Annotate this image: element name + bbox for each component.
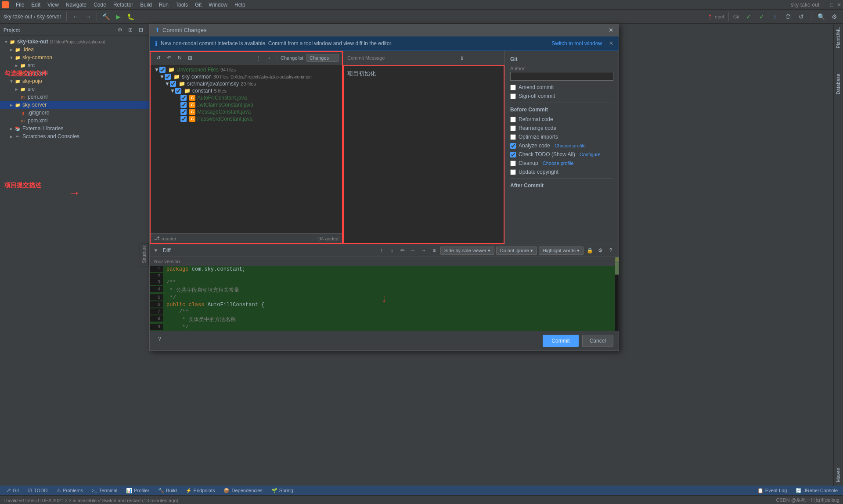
expand-btn[interactable]: → <box>264 54 273 62</box>
bottom-tab-todo[interactable]: ☑ TODO <box>26 488 50 493</box>
debug-btn[interactable]: 🐛 <box>125 11 136 22</box>
menu-code[interactable]: Code <box>90 1 110 9</box>
menu-git[interactable]: Git <box>191 1 205 9</box>
diff-up-btn[interactable]: ↑ <box>377 246 386 255</box>
git-push[interactable]: ↑ <box>770 11 780 22</box>
ignore-dropdown[interactable]: Do not ignore ▾ <box>496 247 537 255</box>
git-history[interactable]: ⏱ <box>783 11 793 22</box>
changelist-select[interactable]: Changes <box>306 54 339 62</box>
cancel-button[interactable]: Cancel <box>582 335 613 347</box>
menu-build[interactable]: Build <box>137 1 155 9</box>
maximize-btn[interactable]: □ <box>830 2 833 8</box>
diff-forward-btn[interactable]: → <box>419 246 428 255</box>
commit-dialog-close[interactable]: ✕ <box>609 27 613 33</box>
close-btn[interactable]: ✕ <box>837 2 841 8</box>
settings-btn[interactable]: ⚙ <box>829 11 839 22</box>
tree-item-scratches[interactable]: ► ✏ Scratches and Consoles <box>0 132 149 140</box>
optimize-imports-checkbox[interactable] <box>510 134 516 140</box>
unversioned-checkbox[interactable] <box>159 67 166 73</box>
expand-icon[interactable]: ⊞ <box>126 25 135 34</box>
autofill-checkbox[interactable] <box>180 95 187 101</box>
tree-item-pom-2[interactable]: ► m pom.xml <box>0 93 149 101</box>
cleanup-link[interactable]: Choose profile <box>543 161 574 166</box>
git-check-1[interactable]: ✓ <box>743 11 754 22</box>
database-tab[interactable]: Database <box>834 70 843 98</box>
bottom-tab-terminal[interactable]: >_ Terminal <box>90 488 119 493</box>
lock-icon[interactable]: 🔒 <box>585 246 594 255</box>
bottom-tab-dependencies[interactable]: 📦 Dependencies <box>222 488 264 493</box>
tree-item-sky-pojo[interactable]: ▼ 📁 sky-pojo <box>0 77 149 85</box>
menu-tools[interactable]: Tools <box>172 1 191 9</box>
check-todo-checkbox[interactable] <box>510 152 516 157</box>
group-btn[interactable]: ⊞ <box>186 54 195 62</box>
commit-msg-info[interactable]: ℹ <box>424 54 500 62</box>
commit-button[interactable]: Commit <box>543 335 578 347</box>
menu-file[interactable]: File <box>12 1 28 9</box>
src-checkbox[interactable] <box>170 81 176 87</box>
redo-btn[interactable]: ↻ <box>175 54 184 62</box>
tree-item-src-1[interactable]: ► 📁 src <box>0 61 149 69</box>
footer-help[interactable]: ? <box>155 335 164 343</box>
menu-help[interactable]: Help <box>231 1 249 9</box>
sky-common-row[interactable]: ▼ 📁 sky-common 30 files D:\IdeaProjects\… <box>151 73 342 80</box>
info-bar-close[interactable]: ✕ <box>609 40 613 46</box>
switch-to-tool-window[interactable]: Switch to tool window <box>551 40 602 46</box>
diff-help-icon[interactable]: ? <box>606 246 615 255</box>
diff-list-btn[interactable]: ≡ <box>430 246 439 255</box>
menu-refactor[interactable]: Refactor <box>110 1 137 9</box>
maven-tab[interactable]: Maven <box>834 464 843 486</box>
tree-item-pom-3[interactable]: ► m pom.xml <box>0 117 149 125</box>
plantuml-tab[interactable]: PlantUML <box>834 24 843 52</box>
refresh-btn[interactable]: ↺ <box>154 54 163 62</box>
signoff-commit-checkbox[interactable] <box>510 93 516 99</box>
file-message[interactable]: C MessageConstant.java <box>151 108 342 115</box>
branch-dropdown[interactable]: ebel <box>715 14 724 19</box>
menu-view[interactable]: View <box>44 1 62 9</box>
menu-edit[interactable]: Edit <box>28 1 44 9</box>
bottom-tab-build[interactable]: 🔨 Build <box>156 488 178 493</box>
diff-settings-icon[interactable]: ⚙ <box>596 246 605 255</box>
menu-run[interactable]: Run <box>155 1 172 9</box>
more-options-btn[interactable]: ⋮ <box>254 54 263 62</box>
check-todo-link[interactable]: Configure <box>580 152 601 157</box>
viewer-dropdown[interactable]: Side-by-side viewer ▾ <box>440 247 494 255</box>
unversioned-files-row[interactable]: ▼ 📁 Unversioned Files 94 files <box>151 66 342 73</box>
tree-item-sky-server[interactable]: ► 📁 sky-server <box>0 101 149 109</box>
settings-icon[interactable]: ⚙ <box>115 25 124 34</box>
tree-item-sky-common[interactable]: ▼ 📁 sky-common <box>0 54 149 61</box>
update-copyright-checkbox[interactable] <box>510 169 516 175</box>
bottom-tab-eventlog[interactable]: 📋 Event Log <box>756 488 789 493</box>
undo-btn[interactable]: ↶ <box>165 54 173 62</box>
diff-back-btn[interactable]: ← <box>409 246 418 255</box>
highlight-dropdown[interactable]: Highlight words ▾ <box>539 247 584 255</box>
tree-item-gitignore[interactable]: ► g .gitignore <box>0 109 149 117</box>
tree-item-ext-libs[interactable]: ► 📚 External Libraries <box>0 125 149 132</box>
author-input[interactable] <box>510 72 613 81</box>
tree-item-root[interactable]: ▼ 📁 sky-take-out D:\IdeaProjects\sky-tak… <box>0 38 149 46</box>
bottom-tab-git[interactable]: ⎇ Git <box>4 488 21 493</box>
analyze-code-link[interactable]: Choose profile <box>555 143 586 148</box>
search-everywhere[interactable]: 🔍 <box>816 11 826 22</box>
bottom-tab-jrebel[interactable]: 🔄 JRebel Console <box>794 488 839 493</box>
src-path-row[interactable]: ▼ 📁 src\main\java\com\sky 29 files <box>151 80 342 87</box>
constant-checkbox[interactable] <box>175 88 181 94</box>
file-autofill[interactable]: C AutoFillConstant.java <box>151 94 342 101</box>
forward-btn[interactable]: → <box>83 11 93 22</box>
jwtclaims-checkbox[interactable] <box>180 102 187 108</box>
bottom-tab-endpoints[interactable]: ⚡ Endpoints <box>184 488 217 493</box>
menu-navigate[interactable]: Navigate <box>62 1 90 9</box>
diff-expand-arrow[interactable]: ▼ <box>153 247 159 254</box>
git-check-2[interactable]: ✓ <box>757 11 767 22</box>
run-btn[interactable]: ▶ <box>113 11 123 22</box>
file-jwtclaims[interactable]: C JwtClaimsConstant.java <box>151 101 342 108</box>
bottom-tab-problems[interactable]: ⚠ Problems <box>55 488 85 493</box>
diff-down-btn[interactable]: ↓ <box>388 246 396 255</box>
tree-item-pom-1[interactable]: ► m pom.xml <box>0 69 149 77</box>
git-revert[interactable]: ↺ <box>796 11 807 22</box>
collapse-icon[interactable]: ⊟ <box>137 25 145 34</box>
diff-edit-btn[interactable]: ✏ <box>398 246 407 255</box>
build-btn[interactable]: 🔨 <box>101 11 111 22</box>
commit-message-input[interactable]: 项目初始化 <box>343 65 504 244</box>
amend-commit-checkbox[interactable] <box>510 85 516 90</box>
constant-row[interactable]: ▼ 📁 constant 5 files <box>151 87 342 94</box>
